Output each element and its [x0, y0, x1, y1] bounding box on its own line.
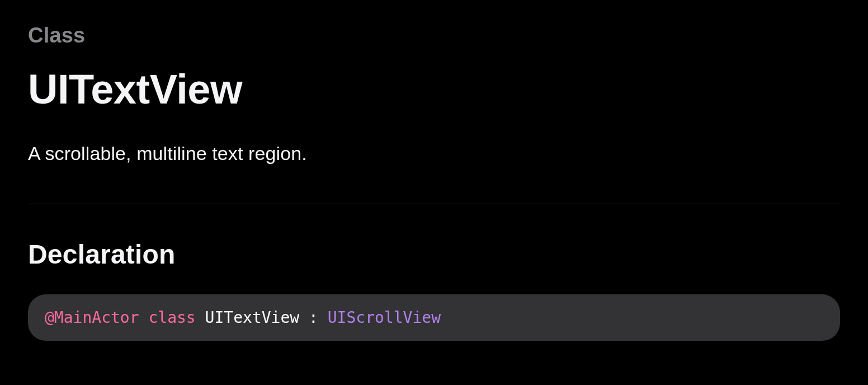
- declaration-code-block: @MainActor class UITextView : UIScrollVi…: [28, 294, 840, 341]
- section-divider: [28, 204, 840, 204]
- page-title: UITextView: [28, 68, 840, 111]
- code-identifier: UITextView: [205, 308, 300, 327]
- code-attribute: @MainActor: [45, 308, 139, 327]
- code-separator: :: [299, 308, 328, 327]
- declaration-heading: Declaration: [28, 239, 840, 270]
- code-inherits-link[interactable]: UIScrollView: [328, 308, 441, 327]
- eyebrow-label: Class: [28, 24, 840, 48]
- code-keyword: class: [148, 308, 195, 327]
- summary-text: A scrollable, multiline text region.: [28, 143, 840, 165]
